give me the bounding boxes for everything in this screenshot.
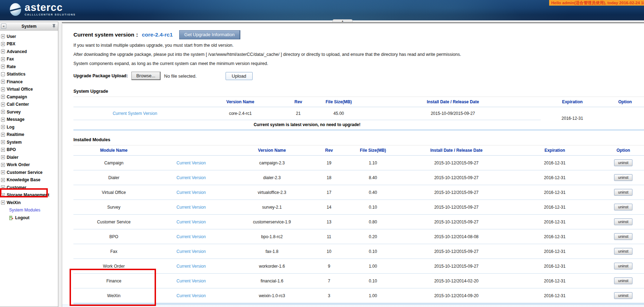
install-date-cell: 2015-10-12/2014-02-20 — [404, 274, 509, 288]
version-name-cell: bpo-1.8-rc2 — [228, 229, 316, 244]
sidebar-item-logout[interactable]: Logout — [0, 214, 58, 222]
install-date-cell: 2015-10-12/2014-09-20 — [404, 288, 509, 303]
sidebar-item-pbx[interactable]: +PBX — [0, 40, 58, 48]
sidebar-item-system[interactable]: +System — [0, 138, 58, 146]
rev-cell: 7 — [316, 274, 342, 288]
expand-node-icon[interactable]: + — [1, 178, 5, 182]
scroll-up-arrow-icon[interactable]: ▲ — [332, 19, 353, 22]
file-size-cell: 8.40 — [342, 170, 404, 185]
expand-node-icon[interactable]: + — [1, 125, 5, 129]
sidebar-item-weixin[interactable]: +WeiXin — [0, 199, 58, 207]
collapse-node-icon[interactable]: - — [1, 72, 5, 76]
uninstall-button[interactable]: uninst — [614, 292, 632, 299]
expand-node-icon[interactable]: + — [1, 118, 5, 122]
expiration-cell: 2016-12-31 — [509, 259, 600, 274]
expand-node-icon[interactable]: + — [1, 185, 5, 189]
pin-icon[interactable] — [51, 24, 57, 29]
file-size-cell: 1.00 — [342, 288, 404, 303]
uninstall-button[interactable]: uninst — [614, 263, 632, 269]
rev-cell: 10 — [316, 244, 342, 259]
expand-node-icon[interactable]: + — [1, 95, 5, 99]
option-cell: uninst — [600, 229, 644, 244]
current-version-link[interactable]: Current Version — [176, 175, 206, 180]
expand-node-icon[interactable]: + — [1, 170, 5, 174]
sidebar-collapse-button[interactable]: « — [1, 24, 6, 29]
sidebar-item-finance[interactable]: +Finance — [0, 78, 58, 86]
sidebar-item-user[interactable]: +User — [0, 33, 58, 40]
current-version-link[interactable]: Current Version — [176, 279, 206, 283]
sidebar-item-label: Storage Management — [7, 192, 49, 197]
table-row: Virtual OfficeCurrent Versionvirtualoffi… — [73, 185, 644, 200]
expand-node-icon[interactable]: + — [1, 163, 5, 167]
current-version-link[interactable]: Current Version — [176, 234, 206, 239]
sidebar-item-knowledge-base[interactable]: +Knowledge Base — [0, 176, 58, 184]
sidebar-item-log[interactable]: +Log — [0, 123, 58, 131]
expand-node-icon[interactable]: + — [1, 103, 5, 106]
sidebar-tree: +User+PBX+Advanced+Fax+Rate-Statistics+F… — [0, 33, 58, 207]
current-version-link[interactable]: Current Version — [176, 293, 206, 298]
expand-node-icon[interactable]: + — [1, 42, 5, 46]
expand-node-icon[interactable]: + — [1, 201, 5, 204]
uninstall-button[interactable]: uninst — [614, 277, 632, 284]
sidebar-item-call-center[interactable]: +Call Center — [0, 101, 58, 109]
sidebar-item-dialer[interactable]: +Dialer — [0, 154, 58, 161]
sidebar-item-customer-service[interactable]: +Customer Service — [0, 169, 58, 176]
expand-node-icon[interactable]: + — [1, 193, 5, 197]
expand-node-icon[interactable]: + — [1, 148, 5, 152]
installed-modules-title: Installed Modules — [73, 137, 644, 142]
sidebar-item-work-order[interactable]: +Work Order — [0, 161, 58, 169]
module-name-cell: Virtual Office — [73, 185, 154, 200]
uninstall-button[interactable]: uninst — [614, 189, 632, 196]
sidebar-item-campaign[interactable]: +Campaign — [0, 93, 58, 101]
uninstall-button[interactable]: uninst — [614, 159, 632, 166]
expand-node-icon[interactable]: + — [1, 110, 5, 114]
table-row: DialerCurrent Versiondialer-2.3188.40201… — [73, 170, 644, 185]
uninstall-button[interactable]: uninst — [614, 233, 632, 240]
uninstall-button[interactable]: uninst — [614, 248, 632, 255]
uninstall-button[interactable]: uninst — [614, 174, 632, 181]
sidebar-item-rate[interactable]: +Rate — [0, 63, 58, 71]
rev-cell: 14 — [316, 200, 342, 215]
expand-node-icon[interactable]: + — [1, 57, 5, 61]
sidebar-item-storage-management[interactable]: +Storage Management — [0, 191, 58, 199]
sidebar-item-virtual-office[interactable]: +Virtual Office — [0, 86, 58, 93]
expand-node-icon[interactable]: + — [1, 155, 5, 159]
browse-button[interactable]: Browse... — [131, 72, 161, 80]
expiration-cell: 2016-12-31 — [509, 170, 600, 185]
sidebar-item-survey[interactable]: +Survey — [0, 108, 58, 116]
column-header: Version Name — [196, 97, 284, 107]
option-cell — [604, 107, 644, 130]
sidebar-item-customer[interactable]: +Customer — [0, 184, 58, 191]
file-size-cell: 1.00 — [342, 259, 404, 274]
sidebar-item-statistics[interactable]: -Statistics — [0, 71, 58, 78]
current-version-cell: Current Version — [154, 259, 228, 274]
expand-node-icon[interactable]: + — [1, 133, 5, 137]
current-version-link[interactable]: Current Version — [176, 249, 206, 254]
sidebar-item-realtime[interactable]: +Realtime — [0, 131, 58, 139]
uninstall-button[interactable]: uninst — [614, 204, 632, 210]
current-system-version-link[interactable]: Current System Version — [113, 111, 157, 116]
current-version-link[interactable]: Current Version — [176, 190, 206, 195]
column-header: Expiration — [541, 97, 604, 107]
get-upgrade-information-button[interactable]: Get Upgrade Information — [179, 30, 240, 39]
expand-node-icon[interactable]: + — [1, 87, 5, 91]
uninstall-button[interactable]: uninst — [614, 218, 632, 225]
expand-node-icon[interactable]: + — [1, 80, 5, 84]
table-row: BPOCurrent Versionbpo-1.8-rc2110.202015-… — [73, 229, 644, 244]
sidebar-item-label: BPO — [7, 147, 16, 152]
sidebar-item-system-modules[interactable]: System Modules — [0, 207, 58, 214]
sidebar-item-fax[interactable]: +Fax — [0, 55, 58, 63]
sidebar-item-advanced[interactable]: +Advanced — [0, 48, 58, 55]
expand-node-icon[interactable]: + — [1, 34, 5, 38]
sidebar-item-message[interactable]: +Message — [0, 116, 58, 124]
expand-node-icon[interactable]: + — [1, 140, 5, 144]
sidebar-item-bpo[interactable]: +BPO — [0, 146, 58, 154]
installed-modules-table: Module NameVersion NameRevFile Size(MB)I… — [73, 145, 644, 305]
current-version-link[interactable]: Current Version — [176, 161, 206, 165]
current-version-link[interactable]: Current Version — [176, 220, 206, 224]
current-version-link[interactable]: Current Version — [176, 205, 206, 210]
expand-node-icon[interactable]: + — [1, 65, 5, 68]
current-version-link[interactable]: Current Version — [176, 264, 206, 269]
expand-node-icon[interactable]: + — [1, 50, 5, 53]
upload-button[interactable]: Upload — [226, 72, 253, 80]
